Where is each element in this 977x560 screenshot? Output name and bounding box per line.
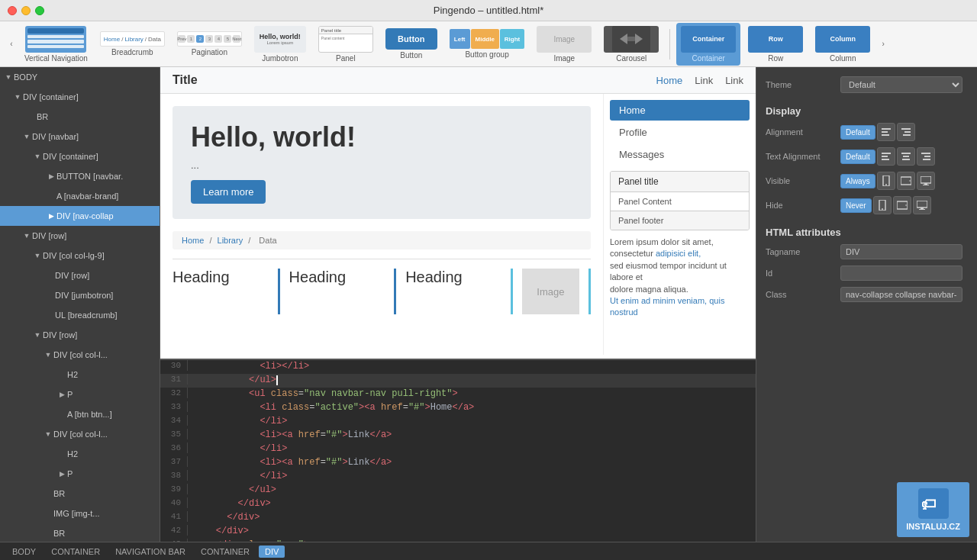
visible-tablet-btn[interactable]: [897, 172, 915, 190]
preview-navbar-link2[interactable]: Link: [725, 75, 743, 86]
tree-toggle[interactable]: ▼: [3, 72, 14, 82]
toolbar-item-image[interactable]: Image Image: [532, 23, 596, 66]
tree-item-div-jumbotron[interactable]: DIV [jumbotron]: [0, 285, 160, 305]
text-align-center-btn[interactable]: [897, 147, 915, 166]
preview-nav-home[interactable]: Home: [610, 100, 750, 121]
toolbar-item-column[interactable]: Column Column: [811, 23, 875, 66]
toolbar-item-vertical-nav[interactable]: Vertical Navigation: [20, 23, 92, 66]
preview-navbar-link1[interactable]: Link: [695, 75, 713, 86]
toolbar-item-carousel[interactable]: Carousel: [599, 23, 663, 66]
breadcrumb-library[interactable]: Library: [218, 236, 243, 245]
tree-toggle[interactable]: ▼: [43, 429, 53, 439]
line-number: 43: [160, 539, 188, 542]
class-input[interactable]: [840, 287, 962, 302]
toolbar-right-arrow[interactable]: ›: [878, 21, 888, 67]
hide-phone-btn[interactable]: [873, 196, 892, 214]
tree-toggle[interactable]: ▶: [46, 171, 56, 182]
svg-rect-3: [627, 37, 635, 41]
toolbar-item-breadcrumb[interactable]: Home / Library / Data Breadcrumb: [95, 23, 169, 66]
toolbar-item-jumbotron[interactable]: Hello, world! Lorem ipsum Jumbotron: [250, 23, 311, 66]
preview-nav-profile[interactable]: Profile: [610, 122, 750, 143]
tree-item-div-container2[interactable]: ▼ DIV [container]: [0, 146, 160, 166]
tree-toggle[interactable]: ▼: [32, 151, 43, 162]
hide-desktop-btn[interactable]: [913, 196, 931, 214]
text-align-default-btn[interactable]: Default: [840, 150, 875, 164]
text-align-left-btn[interactable]: [877, 147, 895, 166]
maximize-button[interactable]: [35, 6, 44, 15]
tree-item-a-navbar-brand[interactable]: A [navbar-brand]: [0, 186, 160, 206]
tree-toggle[interactable]: ▼: [32, 330, 43, 340]
preview-nav-messages[interactable]: Messages: [610, 144, 750, 165]
tree-item-body[interactable]: ▼ BODY: [0, 67, 160, 87]
status-div[interactable]: DIV: [259, 546, 285, 558]
tree-item-div-navbar[interactable]: ▼ DIV [navbar]: [0, 127, 160, 146]
tree-item-div-container[interactable]: ▼ DIV [container]: [0, 87, 160, 107]
toolbar-item-panel[interactable]: Panel title Panel content Panel: [314, 23, 378, 66]
preview-lorem-link2[interactable]: Ut enim ad minim veniam, quis nostrud: [610, 296, 724, 317]
status-container1[interactable]: CONTAINER: [45, 546, 106, 558]
tree-item-div-row1[interactable]: ▼ DIV [row]: [0, 226, 160, 246]
toolbar-item-row[interactable]: Row Row: [743, 23, 808, 66]
preview-navbar: Title Home Link Link: [160, 67, 756, 94]
alignment-left-btn[interactable]: [877, 123, 895, 141]
tree-item-ul-breadcrumb[interactable]: UL [breadcrumb]: [0, 305, 160, 325]
tree-item-div-nav-collap[interactable]: ▶ DIV [nav-collap: [0, 206, 160, 226]
class-row: Class: [766, 287, 968, 302]
status-navigation-bar[interactable]: NAVIGATION BAR: [109, 546, 192, 558]
id-input[interactable]: [840, 266, 962, 281]
close-button[interactable]: [8, 6, 17, 15]
tagname-input[interactable]: [840, 244, 962, 259]
tree-toggle[interactable]: ▶: [46, 211, 56, 221]
hide-never-btn[interactable]: Never: [840, 198, 872, 213]
toolbar-item-container[interactable]: Container Container: [676, 23, 740, 66]
preview-heading-col2: Heading: [280, 269, 397, 314]
tree-toggle[interactable]: ▶: [56, 468, 67, 479]
alignment-default-btn[interactable]: Default: [840, 125, 875, 140]
toolbar-label-container: Container: [692, 54, 725, 63]
preview-navbar-brand: Title: [173, 73, 198, 87]
tree-item-h2-1[interactable]: H2: [0, 365, 160, 385]
toolbar-label-breadcrumb: Breadcrumb: [111, 48, 153, 56]
text-align-right-btn[interactable]: [917, 147, 935, 166]
toolbar-left-arrow[interactable]: ‹: [6, 21, 17, 67]
tree-toggle[interactable]: ▼: [12, 92, 23, 102]
tree-item-button-navbar[interactable]: ▶ BUTTON [navbar.: [0, 166, 160, 186]
toolbar-item-button[interactable]: Button Button: [381, 23, 442, 66]
tree-toggle[interactable]: ▼: [32, 250, 43, 261]
tree-item-div-col-l2[interactable]: ▼ DIV [col col-l...: [0, 424, 160, 444]
svg-rect-7: [901, 128, 911, 130]
tree-item-p1[interactable]: ▶ P: [0, 385, 160, 404]
tree-item-div-row2[interactable]: DIV [row]: [0, 266, 160, 285]
preview-heading1: Heading: [173, 269, 269, 286]
minimize-button[interactable]: [21, 6, 31, 15]
status-container2[interactable]: CONTAINER: [195, 546, 256, 558]
status-body[interactable]: BODY: [6, 546, 42, 558]
tree-item-label: DIV [row]: [55, 271, 89, 280]
visible-desktop-btn[interactable]: [917, 172, 935, 190]
tree-item-br2[interactable]: BR: [0, 484, 160, 504]
alignment-right-btn[interactable]: [897, 123, 915, 141]
visible-phone-btn[interactable]: [877, 172, 895, 190]
tree-item-p2[interactable]: ▶ P: [0, 464, 160, 484]
tree-item-div-row3[interactable]: ▼ DIV [row]: [0, 325, 160, 345]
hide-tablet-btn[interactable]: [893, 196, 911, 214]
tree-item-br1[interactable]: BR: [0, 107, 160, 127]
tree-toggle[interactable]: ▼: [43, 349, 53, 360]
tree-toggle[interactable]: ▶: [56, 389, 67, 400]
preview-jumbotron-button[interactable]: Learn more: [191, 180, 266, 204]
tree-item-a-btn1[interactable]: A [btn btn...]: [0, 404, 160, 424]
tree-item-div-col-l1[interactable]: ▼ DIV [col col-l...: [0, 345, 160, 365]
tree-item-h2-2[interactable]: H2: [0, 444, 160, 464]
toolbar-item-pagination[interactable]: Prev 1 2 3 4 5 Next Pagination: [173, 23, 247, 66]
tree-item-div-col-lg9[interactable]: ▼ DIV [col col-lg-9]: [0, 246, 160, 266]
preview-navbar-home[interactable]: Home: [656, 75, 683, 86]
theme-select[interactable]: Default: [840, 76, 962, 93]
tree-toggle[interactable]: ▼: [21, 230, 32, 241]
toolbar-item-button-group[interactable]: Left Middle Right Button group: [445, 23, 529, 66]
tree-toggle[interactable]: ▼: [21, 131, 32, 142]
preview-lorem-link[interactable]: adipisici elit,: [656, 249, 701, 258]
tree-item-br3[interactable]: BR: [0, 523, 160, 542]
tree-item-img-t[interactable]: IMG [img-t...: [0, 504, 160, 523]
visible-always-btn[interactable]: Always: [840, 174, 875, 188]
breadcrumb-home[interactable]: Home: [182, 236, 204, 245]
